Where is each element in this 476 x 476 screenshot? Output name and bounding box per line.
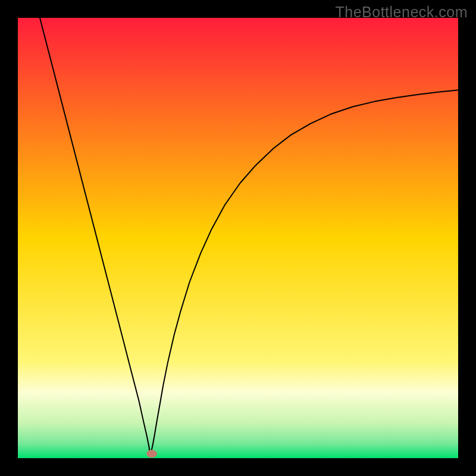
chart-svg <box>18 18 458 458</box>
chart-frame: TheBottleneck.com <box>0 0 476 476</box>
minimum-marker <box>146 450 157 458</box>
chart-background <box>18 18 458 458</box>
plot-area <box>18 18 458 458</box>
